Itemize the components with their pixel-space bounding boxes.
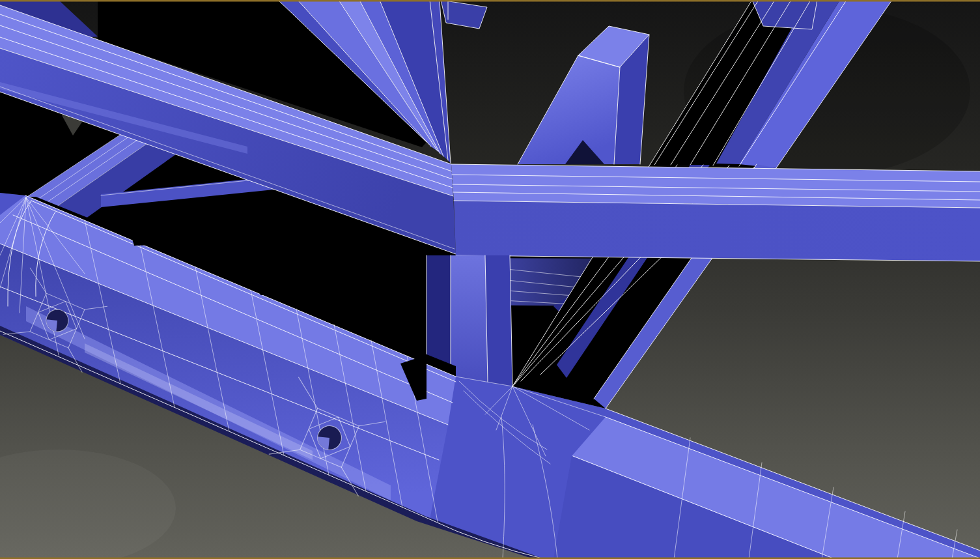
- viewport-canvas[interactable]: [0, 0, 980, 559]
- right-rail-chamfer-band[interactable]: [451, 164, 980, 208]
- brace-shadow-tooth: [257, 283, 280, 295]
- brace-shadow-tooth: [130, 233, 155, 246]
- viewport-window[interactable]: [0, 0, 980, 559]
- right-rail-beam[interactable]: [451, 164, 980, 261]
- viewport-border-top: [0, 0, 980, 2]
- right-rail-front-face[interactable]: [454, 201, 980, 261]
